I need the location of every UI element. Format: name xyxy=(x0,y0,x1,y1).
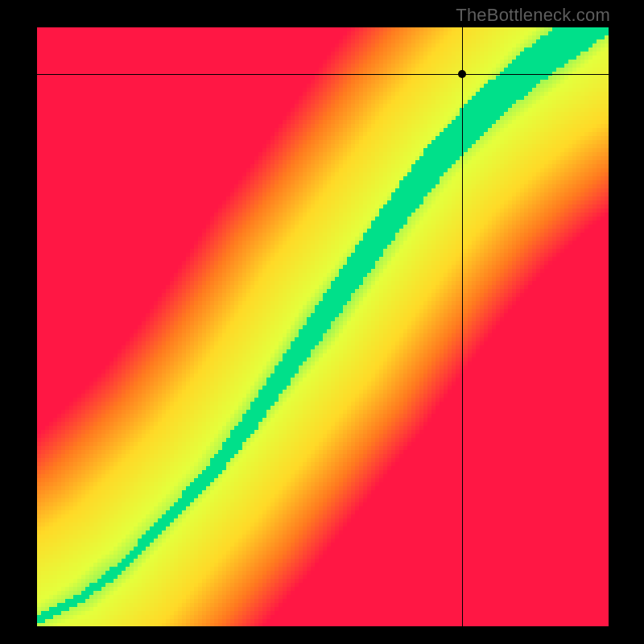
heatmap-canvas xyxy=(37,27,609,626)
heatmap-plot xyxy=(37,27,609,626)
crosshair-marker xyxy=(458,70,466,78)
chart-frame: TheBottleneck.com xyxy=(0,0,644,644)
watermark-text: TheBottleneck.com xyxy=(456,5,610,26)
crosshair-horizontal xyxy=(37,74,609,75)
crosshair-vertical xyxy=(462,27,463,626)
